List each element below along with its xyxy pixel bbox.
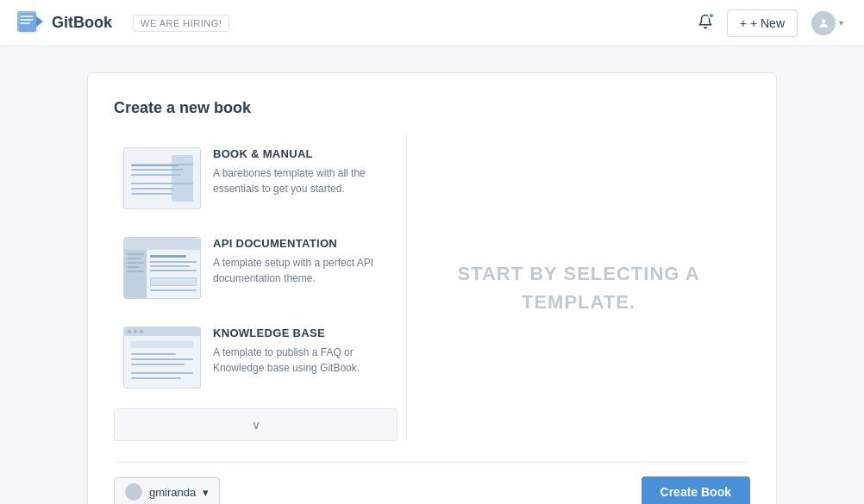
chevron-down-icon: ∨ [252,418,260,432]
user-avatar [811,11,836,35]
template-name-book-manual: BOOK & MANUAL [213,147,388,160]
template-name-knowledge-base: KNOWLEDGE BASE [213,327,388,339]
template-item-api-documentation[interactable]: API DOCUMENTATION A template setup with … [114,224,398,312]
template-thumbnail-api-documentation [123,237,201,299]
template-item-knowledge-base[interactable]: KNOWLEDGE BASE A template to publish a F… [114,314,398,401]
card-footer: gmiranda ▾ Create Book [114,462,750,504]
hiring-badge: WE ARE HIRING! [133,15,229,32]
plus-icon: + [740,16,747,30]
header: GitBook WE ARE HIRING! + + New ▾ [0,0,864,47]
svg-marker-3 [36,16,43,27]
template-info-knowledge-base: KNOWLEDGE BASE A template to publish a F… [213,327,388,376]
template-desc-api-documentation: A template setup with a perfect API docu… [213,255,388,286]
new-button[interactable]: + + New [727,9,798,37]
template-thumbnail-knowledge-base [123,327,201,389]
template-info-api-documentation: API DOCUMENTATION A template setup with … [213,237,388,286]
owner-chevron-icon: ▾ [203,486,209,499]
card-title: Create a new book [114,99,750,117]
placeholder-text: START BY SELECTING A TEMPLATE. [424,259,733,316]
template-desc-knowledge-base: A template to publish a FAQ or Knowledge… [213,345,388,376]
template-item-book-manual[interactable]: BOOK & MANUAL A barebones template with … [114,134,398,222]
template-desc-book-manual: A barebones template with all the essent… [213,165,388,196]
owner-name: gmiranda [149,486,196,499]
user-menu-button[interactable]: ▾ [808,8,847,39]
notification-button[interactable] [692,9,718,37]
template-info-book-manual: BOOK & MANUAL A barebones template with … [213,147,388,196]
template-list: BOOK & MANUAL A barebones template with … [114,134,407,441]
create-book-card: Create a new book [87,72,777,504]
svg-rect-2 [17,11,36,32]
new-button-label: + New [750,16,785,30]
template-thumbnail-book-manual [123,147,201,209]
card-body: BOOK & MANUAL A barebones template with … [114,134,750,441]
gitbook-logo-icon [17,9,45,37]
user-menu-chevron-icon: ▾ [839,18,843,28]
logo-text: GitBook [52,14,112,32]
svg-point-4 [822,19,826,23]
owner-avatar [125,483,142,501]
logo-area: GitBook [17,9,112,37]
template-name-api-documentation: API DOCUMENTATION [213,237,388,250]
owner-select-button[interactable]: gmiranda ▾ [114,477,220,504]
main-content: Create a new book [0,47,864,504]
create-book-button[interactable]: Create Book [642,476,750,504]
show-more-button[interactable]: ∨ [114,408,398,441]
notification-dot [708,12,715,19]
template-preview-panel: START BY SELECTING A TEMPLATE. [407,134,750,441]
user-icon [817,17,830,29]
